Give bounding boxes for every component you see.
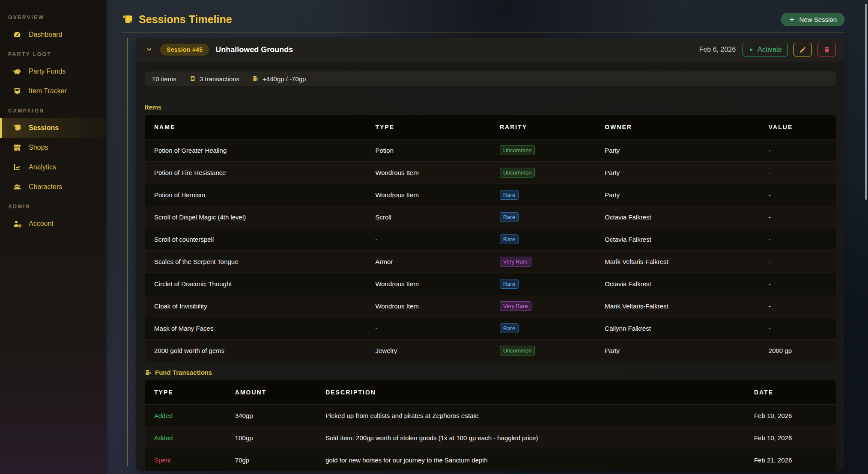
item-row: Potion of HeroismWondrous ItemRareParty- xyxy=(145,184,836,206)
vertical-scrollbar[interactable] xyxy=(865,4,867,200)
stat-transactions-label: 3 transactions xyxy=(200,75,239,83)
item-value-cell: - xyxy=(759,213,836,221)
item-type-cell: Armor xyxy=(366,258,490,265)
item-value-cell: - xyxy=(759,280,836,287)
item-owner-cell: Octavia Falkrest xyxy=(595,280,759,287)
transaction-date-cell: Feb 10, 2026 xyxy=(745,434,836,441)
transaction-row: Added340gpPicked up from cultists and pi… xyxy=(145,404,836,427)
sidebar-item-sessions[interactable]: Sessions xyxy=(0,118,106,138)
transaction-type-cell: Added xyxy=(145,434,226,441)
item-rarity-cell: Uncommon xyxy=(490,346,595,356)
item-rarity-cell: Very Rare xyxy=(490,257,595,267)
sidebar-section-label: OVERVIEW xyxy=(0,8,106,25)
rarity-badge: Rare xyxy=(500,190,519,200)
items-table-body: Potion of Greater HealingPotionUncommonP… xyxy=(145,139,836,361)
sidebar-item-analytics[interactable]: Analytics xyxy=(0,157,106,177)
transaction-description-cell: Picked up from cultists and pirates at Z… xyxy=(316,412,745,419)
edit-session-button[interactable] xyxy=(793,43,812,56)
trash-icon xyxy=(823,46,830,53)
rarity-badge: Rare xyxy=(500,234,519,244)
header-divider xyxy=(122,33,844,33)
item-value-cell: - xyxy=(759,302,836,310)
session-card: Session #45 Unhallowed Grounds Feb 6, 20… xyxy=(136,38,844,471)
item-type-cell: Wondrous Item xyxy=(366,280,490,287)
session-title: Unhallowed Grounds xyxy=(215,45,293,54)
item-value-cell: 2000 gp xyxy=(759,347,836,354)
transactions-table-header: TYPEAMOUNTDESCRIPTIONDATE xyxy=(145,380,836,404)
sidebar-item-label: Item Tracker xyxy=(29,87,67,95)
rarity-badge: Uncommon xyxy=(500,145,535,155)
item-row: Scroll of counterspell-RareOctavia Falkr… xyxy=(145,228,836,250)
transaction-amount-cell: 340gp xyxy=(226,412,316,419)
item-name-cell: Scales of the Serpent Tongue xyxy=(145,258,366,265)
session-header-actions: Feb 6, 2026 Activate xyxy=(699,43,836,56)
page-title: Sessions Timeline xyxy=(122,13,232,26)
item-owner-cell: Octavia Falkrest xyxy=(595,213,759,221)
item-type-cell: Scroll xyxy=(366,213,490,221)
items-table-header: NAMETYPERARITYOWNERVALUE xyxy=(145,115,836,139)
item-name-cell: Scroll of counterspell xyxy=(145,236,366,243)
item-type-cell: - xyxy=(366,325,490,332)
item-value-cell: - xyxy=(759,258,836,265)
box-open-icon xyxy=(12,87,22,95)
sidebar-item-account[interactable]: Account xyxy=(0,214,106,234)
sidebar-item-item-tracker[interactable]: Item Tracker xyxy=(0,81,106,101)
page-title-text: Sessions Timeline xyxy=(139,13,232,26)
item-name-cell: Potion of Fire Resistance xyxy=(145,169,366,176)
item-type-cell: Wondrous Item xyxy=(366,169,490,176)
rarity-badge: Uncommon xyxy=(500,346,535,356)
transaction-description-cell: Sold item: 200gp worth of stolen goods (… xyxy=(316,434,745,441)
sidebar-item-label: Sessions xyxy=(29,124,59,132)
transactions-section-label: Fund Transactions xyxy=(145,369,836,376)
item-owner-cell: Marik Veltaris-Falkrest xyxy=(595,258,759,265)
items-section-label-text: Items xyxy=(145,104,161,111)
sidebar-item-characters[interactable]: Characters xyxy=(0,177,106,197)
item-value-cell: - xyxy=(759,236,836,243)
stat-funds: +440gp / -70gp xyxy=(252,75,306,83)
delete-session-button[interactable] xyxy=(817,43,836,56)
item-rarity-cell: Rare xyxy=(490,190,595,200)
item-owner-cell: Party xyxy=(595,147,759,154)
item-owner-cell: Marik Veltaris-Falkrest xyxy=(595,302,759,310)
session-date: Feb 6, 2026 xyxy=(699,46,736,53)
new-session-button[interactable]: New Session xyxy=(781,13,844,26)
transactions-table: TYPEAMOUNTDESCRIPTIONDATE Added340gpPick… xyxy=(145,380,836,471)
sidebar-item-party-funds[interactable]: Party Funds xyxy=(0,62,106,81)
items-section-label: Items xyxy=(145,104,836,111)
transaction-date-cell: Feb 21, 2026 xyxy=(745,456,836,464)
item-rarity-cell: Rare xyxy=(490,212,595,222)
column-header-rarity: RARITY xyxy=(490,124,595,130)
column-header-date: DATE xyxy=(745,389,836,396)
item-owner-cell: Party xyxy=(595,169,759,176)
session-number-badge: Session #45 xyxy=(160,44,209,56)
collapse-session-button[interactable] xyxy=(145,45,154,54)
transaction-amount-cell: 100gp xyxy=(226,434,316,441)
column-header-amount: AMOUNT xyxy=(226,389,316,396)
sidebar-item-dashboard[interactable]: Dashboard xyxy=(0,25,106,44)
rarity-badge: Rare xyxy=(500,279,519,289)
sidebar-item-shops[interactable]: Shops xyxy=(0,138,106,157)
sidebar: OVERVIEWDashboardPARTY LOOTParty FundsIt… xyxy=(0,0,106,474)
item-type-cell: Wondrous Item xyxy=(366,302,490,310)
rarity-badge: Rare xyxy=(500,212,519,222)
item-row: Scroll of Dispel Magic (4th level)Scroll… xyxy=(145,206,836,228)
transaction-type-cell: Added xyxy=(145,412,226,419)
item-rarity-cell: Uncommon xyxy=(490,168,595,178)
item-row: Cloak of InvisibilityWondrous ItemVery R… xyxy=(145,295,836,317)
user-gear-icon xyxy=(12,219,22,228)
item-value-cell: - xyxy=(759,169,836,176)
stat-items-label: 10 items xyxy=(152,75,176,83)
session-card-header: Session #45 Unhallowed Grounds Feb 6, 20… xyxy=(136,38,844,62)
item-owner-cell: Octavia Falkrest xyxy=(595,236,759,243)
transaction-date-cell: Feb 10, 2026 xyxy=(745,412,836,419)
chart-line-icon xyxy=(12,163,22,172)
sidebar-item-label: Account xyxy=(29,220,54,228)
sidebar-item-label: Dashboard xyxy=(29,31,62,39)
stat-transactions: 3 transactions xyxy=(189,75,239,83)
column-header-name: NAME xyxy=(145,124,366,130)
item-type-cell: - xyxy=(366,236,490,243)
item-row: Potion of Fire ResistanceWondrous ItemUn… xyxy=(145,161,836,184)
receipt-icon xyxy=(189,75,196,82)
activate-button[interactable]: Activate xyxy=(743,43,788,56)
transaction-amount-cell: 70gp xyxy=(226,456,316,464)
